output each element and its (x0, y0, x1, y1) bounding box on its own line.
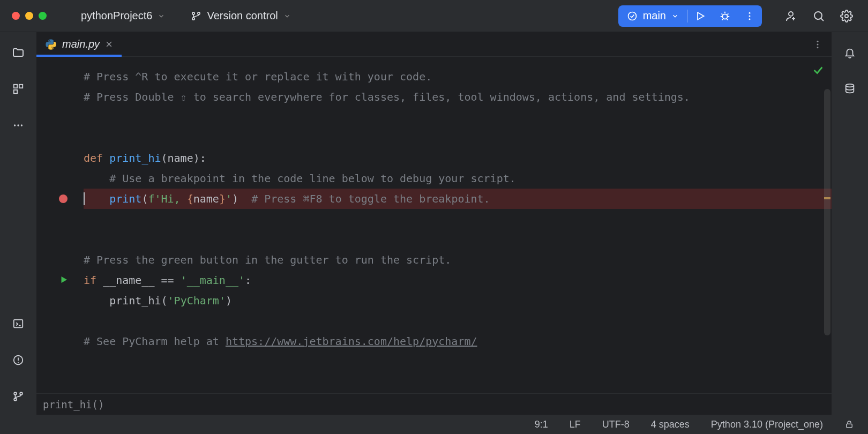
status-bar: 9:1 LF UTF-8 4 spaces Python 3.10 (Proje… (0, 415, 868, 434)
window-minimize-button[interactable] (25, 12, 33, 20)
svg-rect-15 (14, 90, 17, 93)
svg-rect-19 (14, 320, 23, 328)
svg-point-16 (14, 124, 16, 126)
vcs-tool-button[interactable] (8, 386, 29, 407)
run-widget: main (618, 5, 762, 27)
svg-point-5 (722, 14, 727, 19)
debug-button[interactable] (713, 5, 737, 27)
svg-point-7 (749, 15, 751, 17)
svg-point-24 (14, 392, 17, 395)
vcs-label: Version control (207, 10, 278, 22)
top-right-actions (780, 5, 857, 27)
readonly-toggle[interactable] (841, 417, 857, 431)
svg-point-31 (817, 47, 819, 48)
error-stripe-marker[interactable] (824, 197, 830, 199)
svg-rect-14 (19, 85, 23, 88)
chevron-down-icon (671, 12, 679, 20)
svg-point-8 (749, 18, 751, 20)
encoding-widget[interactable]: UTF-8 (599, 417, 633, 432)
right-tool-rail (832, 32, 868, 415)
cursor-position-widget[interactable]: 9:1 (532, 417, 551, 432)
svg-point-10 (814, 12, 822, 19)
svg-line-11 (821, 18, 824, 21)
project-dropdown[interactable]: pythonProject6 (76, 6, 170, 25)
structure-tool-button[interactable] (8, 78, 29, 100)
svg-point-17 (17, 124, 19, 126)
gutter-run-button[interactable] (59, 275, 69, 285)
code-area[interactable]: # Press ^R to execute it or replace it w… (84, 57, 822, 351)
branch-icon (191, 11, 201, 21)
editor-scrollbar-thumb[interactable] (824, 89, 830, 335)
python-run-icon (627, 11, 638, 21)
chevron-down-icon (283, 12, 291, 20)
svg-point-9 (789, 12, 793, 16)
svg-marker-32 (62, 276, 68, 283)
svg-point-33 (846, 84, 854, 87)
run-button[interactable] (688, 5, 713, 27)
svg-point-18 (21, 124, 23, 126)
more-tools-button[interactable] (8, 115, 29, 136)
editor-tab-bar: main.py (36, 32, 832, 57)
indent-widget[interactable]: 4 spaces (648, 417, 693, 432)
editor-tab-main-py[interactable]: main.py (36, 32, 122, 56)
svg-point-12 (845, 14, 848, 18)
notifications-tool-button[interactable] (839, 42, 860, 63)
settings-button[interactable] (836, 5, 857, 27)
tab-bar-options-button[interactable] (804, 32, 832, 56)
svg-point-3 (628, 12, 636, 20)
svg-point-0 (192, 12, 194, 14)
more-run-actions-button[interactable] (737, 5, 762, 27)
breadcrumb-label: print_hi() (43, 399, 104, 410)
svg-point-29 (817, 40, 819, 42)
svg-rect-13 (14, 85, 17, 88)
project-tool-button[interactable] (8, 42, 29, 63)
interpreter-widget[interactable]: Python 3.10 (Project_one) (708, 417, 826, 432)
chevron-down-icon (158, 12, 165, 20)
project-name-label: pythonProject6 (81, 10, 152, 22)
svg-marker-4 (698, 12, 704, 19)
problems-tool-button[interactable] (8, 349, 29, 371)
tab-filename-label: main.py (62, 38, 100, 50)
search-everywhere-button[interactable] (808, 5, 829, 27)
window-controls (12, 12, 47, 20)
breadcrumb-bar[interactable]: print_hi() (36, 393, 832, 415)
svg-point-6 (749, 12, 751, 13)
editor[interactable]: # Press ^R to execute it or replace it w… (36, 57, 832, 393)
svg-point-1 (198, 12, 200, 14)
terminal-tool-button[interactable] (8, 313, 29, 334)
title-bar: pythonProject6 Version control main (0, 0, 868, 32)
database-tool-button[interactable] (839, 78, 860, 100)
version-control-dropdown[interactable]: Version control (185, 6, 296, 25)
window-close-button[interactable] (12, 12, 20, 20)
editor-gutter[interactable] (36, 57, 84, 393)
python-file-icon (45, 39, 57, 50)
code-with-me-button[interactable] (780, 5, 802, 27)
svg-point-30 (817, 43, 819, 45)
svg-point-25 (20, 392, 23, 395)
window-zoom-button[interactable] (39, 12, 47, 20)
breakpoint-marker[interactable] (59, 194, 68, 203)
close-tab-button[interactable] (105, 40, 113, 48)
svg-point-23 (18, 362, 19, 363)
left-tool-rail (0, 32, 36, 415)
run-configuration-dropdown[interactable]: main (618, 5, 687, 27)
line-separator-widget[interactable]: LF (566, 417, 584, 432)
inspection-ok-icon[interactable] (812, 64, 824, 76)
run-config-label: main (643, 10, 666, 22)
svg-rect-34 (847, 424, 852, 428)
caret (84, 192, 85, 205)
editor-panel: main.py # Press ^R to execute it or repl… (36, 32, 832, 415)
